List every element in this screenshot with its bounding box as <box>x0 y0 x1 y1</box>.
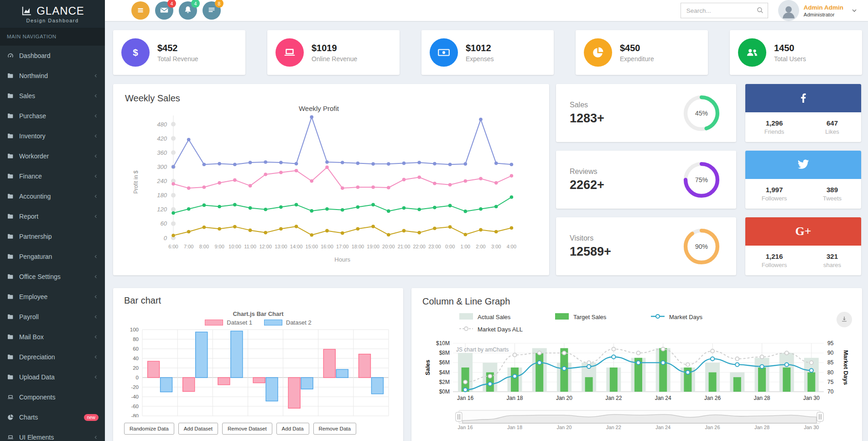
sidebar-item-workorder[interactable]: Workorder <box>0 146 105 166</box>
app-root: GLANCE Design Dashboard MAIN NAVIGATION … <box>0 0 868 441</box>
legend-item-target-sales[interactable]: Target Sales <box>555 313 651 321</box>
chart-scrollbar[interactable]: Jan 16Jan 18Jan 20Jan 22Jan 24Jan 26Jan … <box>422 404 851 432</box>
sidebar-item-inventory[interactable]: Inventory <box>0 126 105 146</box>
sidebar-item-components[interactable]: Components <box>0 387 105 407</box>
users-icon <box>738 38 766 67</box>
bottom-row: Bar chart Chart.js Bar Chart Dataset 1Da… <box>113 288 862 441</box>
legend-item-dataset-2[interactable]: Dataset 2 <box>264 319 312 326</box>
hamburger-icon <box>135 5 146 17</box>
svg-text:-40: -40 <box>131 394 139 399</box>
sidebar-item-employee[interactable]: Employee <box>0 287 105 307</box>
svg-text:13:00: 13:00 <box>275 244 287 249</box>
remove-dataset-button[interactable]: Remove Dataset <box>222 423 272 435</box>
svg-text:Jan 22: Jan 22 <box>606 425 621 430</box>
donut-chart: 75% <box>681 159 722 201</box>
search-input[interactable] <box>681 3 768 18</box>
sidebar-item-upload-data[interactable]: Upload Data <box>0 367 105 387</box>
sidebar-item-depreciation[interactable]: Depreciation <box>0 347 105 367</box>
svg-text:1:00: 1:00 <box>461 244 470 249</box>
svg-text:Jan 22: Jan 22 <box>605 395 622 401</box>
bar-chart-card-title: Bar chart <box>124 295 392 306</box>
svg-text:Sales: Sales <box>424 360 431 375</box>
sidebar-item-mail-box[interactable]: Mail Box <box>0 327 105 347</box>
svg-text:-60: -60 <box>131 404 139 409</box>
facebook-banner[interactable] <box>745 84 861 112</box>
sidebar-item-label: Depreciation <box>19 353 55 361</box>
svg-text:Jan 28: Jan 28 <box>754 425 769 430</box>
sidebar-item-office-settings[interactable]: Office Settings <box>0 267 105 287</box>
progress-label: Visitors <box>570 234 611 242</box>
sidebar-item-partnership[interactable]: Partnership <box>0 226 105 247</box>
google-plus-card[interactable]: G+1,216Followers321shares <box>745 217 861 275</box>
svg-text:11:00: 11:00 <box>244 244 256 249</box>
sidebar-item-finance[interactable]: Finance <box>0 166 105 186</box>
download-button[interactable] <box>837 312 852 327</box>
svg-text:480: 480 <box>157 121 167 128</box>
legend-swatch <box>651 313 665 321</box>
google-plus-banner[interactable]: G+ <box>745 217 861 246</box>
svg-text:-20: -20 <box>131 384 139 390</box>
dashboard-icon <box>6 52 14 59</box>
remove-data-button[interactable]: Remove Data <box>313 423 356 435</box>
add-dataset-button[interactable]: Add Dataset <box>178 423 218 435</box>
search-icon[interactable] <box>756 6 764 16</box>
svg-text:120: 120 <box>157 206 167 213</box>
svg-text:$0M: $0M <box>439 388 450 395</box>
facebook-card[interactable]: 1,296Friends647Likes <box>745 84 861 142</box>
sidebar-item-report[interactable]: Report <box>0 206 105 226</box>
sidebar-item-pengaturan[interactable]: Pengaturan <box>0 247 105 267</box>
svg-text:Jan 26: Jan 26 <box>705 425 720 430</box>
legend-item-actual-sales[interactable]: Actual Sales <box>459 313 555 321</box>
menu-toggle-button[interactable] <box>131 1 150 20</box>
legend-item-dataset-1[interactable]: Dataset 1 <box>205 319 252 326</box>
folder-icon <box>6 132 14 140</box>
bell-icon <box>183 5 193 16</box>
user-menu[interactable]: Admin Admin Administrator <box>778 0 858 21</box>
legend-swatch <box>459 313 473 321</box>
legend-item-market-days[interactable]: Market Days <box>651 313 788 321</box>
sidebar-item-dashboard[interactable]: Dashboard <box>0 46 105 66</box>
sidebar-item-payroll[interactable]: Payroll <box>0 307 105 327</box>
scrollbar-left-handle[interactable] <box>456 412 462 421</box>
sidebar-item-accounting[interactable]: Accounting <box>0 186 105 206</box>
money-bill-icon <box>430 38 458 67</box>
chevron-left-icon <box>93 133 99 139</box>
messages-button[interactable]: 4 <box>155 1 173 20</box>
twitter-banner[interactable] <box>745 151 861 179</box>
folder-icon <box>6 253 14 260</box>
svg-text:360: 360 <box>157 149 167 156</box>
folder-icon <box>6 173 14 180</box>
svg-text:18:00: 18:00 <box>352 244 364 249</box>
tasks-button[interactable]: 8 <box>203 1 221 20</box>
folder-icon <box>6 72 14 79</box>
add-data-button[interactable]: Add Data <box>276 423 309 435</box>
notifications-button[interactable]: 4 <box>179 1 197 20</box>
logo[interactable]: GLANCE Design Dashboard <box>0 0 105 28</box>
sidebar-item-purchase[interactable]: Purchase <box>0 106 105 126</box>
envelope-icon <box>159 5 169 16</box>
sidebar-item-ui-elements[interactable]: UI Elements <box>0 427 105 441</box>
chevron-left-icon <box>93 314 99 320</box>
stat-value: $452 <box>157 43 198 53</box>
scrollbar-right-handle[interactable] <box>817 412 823 421</box>
sidebar-item-sales[interactable]: Sales <box>0 86 105 106</box>
legend-swatch <box>264 320 282 326</box>
laptop-icon <box>6 434 14 441</box>
sidebar-item-charts[interactable]: Chartsnew <box>0 407 105 427</box>
progress-percent: 75% <box>681 159 722 201</box>
sidebar-item-northwind[interactable]: Northwind <box>0 66 105 86</box>
twitter-icon <box>795 156 811 173</box>
stat-card-total-users: 1450Total Users <box>730 30 862 75</box>
svg-text:21:00: 21:00 <box>398 244 411 249</box>
twitter-card[interactable]: 1,997Followers389Tweets <box>745 151 861 209</box>
svg-text:75: 75 <box>827 379 834 385</box>
sidebar-item-label: Purchase <box>19 112 46 120</box>
legend-item-market-days-all[interactable]: Market Days ALL <box>459 326 555 333</box>
chevron-left-icon <box>93 173 99 179</box>
middle-row: Weekly Sales Weekly Profit48042036030024… <box>113 84 862 275</box>
svg-text:$: $ <box>133 47 138 58</box>
svg-text:80: 80 <box>827 369 834 376</box>
svg-text:$4M: $4M <box>439 369 450 376</box>
social-stat: 389Tweets <box>803 186 861 202</box>
randomize-data-button[interactable]: Randomize Data <box>124 423 174 435</box>
